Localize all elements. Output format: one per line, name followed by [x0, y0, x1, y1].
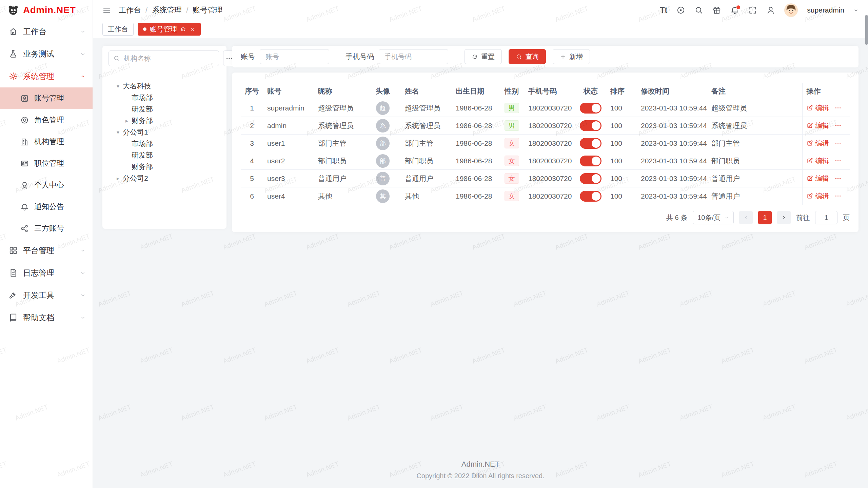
status-toggle[interactable]: [580, 173, 601, 184]
sidebar-item-system-management[interactable]: 系统管理: [0, 65, 93, 87]
tab-account-management[interactable]: 账号管理: [138, 23, 201, 36]
tools-icon: [9, 291, 18, 300]
sidebar-item-dev-tools[interactable]: 开发工具: [0, 284, 93, 306]
column-header: 操作: [802, 83, 850, 99]
tree-caret-down-icon[interactable]: ▾: [113, 129, 123, 136]
main-panel: 账号 手机号码 重置 查询 新增: [232, 46, 859, 232]
breadcrumb-item-workbench[interactable]: 工作台: [119, 5, 141, 15]
tree-caret-right-icon[interactable]: ▸: [122, 118, 132, 124]
sidebar-item-org-management[interactable]: 机构管理: [0, 131, 93, 152]
tree-node-label: 市场部: [132, 139, 153, 148]
sidebar-item-notice-announcement[interactable]: 通知公告: [0, 196, 93, 218]
status-toggle[interactable]: [580, 191, 601, 202]
sidebar-item-label: 开发工具: [23, 290, 75, 301]
org-search-box: [108, 50, 219, 66]
row-more-icon[interactable]: [834, 104, 842, 111]
cell-index: 6: [241, 187, 263, 205]
tree-caret-down-icon[interactable]: ▾: [113, 83, 123, 89]
cell-nickname: 普通用户: [314, 170, 365, 187]
query-button[interactable]: 查询: [509, 49, 546, 64]
sidebar-item-label: 系统管理: [23, 71, 75, 82]
navbar-actions: Tt superadmin: [660, 3, 859, 17]
breadcrumb-item-system[interactable]: 系统管理: [152, 5, 182, 15]
goto-page-input[interactable]: [815, 211, 837, 224]
fullscreen-icon[interactable]: [748, 6, 757, 15]
sidebar-item-platform-management[interactable]: 平台管理: [0, 239, 93, 262]
cell-index: 4: [241, 152, 263, 170]
scrollbar-thumb[interactable]: [865, 15, 868, 45]
row-more-icon[interactable]: [834, 157, 842, 164]
cell-nickname: 部门职员: [314, 152, 365, 170]
cell-sort: 100: [606, 187, 637, 205]
tree-node[interactable]: 市场部: [108, 92, 220, 103]
status-toggle[interactable]: [580, 103, 601, 114]
cell-account: superadmin: [263, 99, 314, 117]
tree-node[interactable]: ▸分公司2: [108, 172, 220, 184]
tree-node[interactable]: 研发部: [108, 103, 220, 115]
sidebar-item-personal-center[interactable]: 个人中心: [0, 174, 93, 196]
cell-phone: 18020030720: [524, 187, 575, 205]
collapse-sidebar-icon[interactable]: [102, 6, 111, 15]
cell-nickname: 超级管理员: [314, 99, 365, 117]
plus-icon: [560, 54, 566, 60]
phone-input[interactable]: [379, 49, 448, 64]
tree-node[interactable]: ▸财务部: [108, 115, 220, 126]
sidebar-item-position-management[interactable]: 职位管理: [0, 152, 93, 174]
tree-node-label: 研发部: [132, 150, 153, 160]
edit-icon: [807, 140, 813, 146]
tree-caret-right-icon[interactable]: ▸: [113, 175, 123, 182]
next-page-button[interactable]: [777, 211, 791, 224]
cell-phone: 18020030720: [524, 170, 575, 187]
prev-page-button[interactable]: [739, 211, 753, 224]
status-toggle[interactable]: [580, 138, 601, 149]
cell-nickname: 其他: [314, 187, 365, 205]
sidebar-item-log-management[interactable]: 日志管理: [0, 262, 93, 284]
user-avatar[interactable]: [784, 3, 798, 17]
tree-node[interactable]: ▾分公司1: [108, 126, 220, 138]
edit-button[interactable]: 编辑: [807, 156, 829, 165]
tab-refresh-icon[interactable]: [180, 26, 186, 32]
profile-icon[interactable]: [766, 6, 775, 15]
theme-icon[interactable]: [676, 6, 685, 15]
tab-workbench[interactable]: 工作台: [102, 23, 134, 36]
reset-button[interactable]: 重置: [465, 49, 502, 64]
sidebar-item-account-management[interactable]: 账号管理: [0, 87, 93, 109]
sidebar-item-role-management[interactable]: 角色管理: [0, 109, 93, 131]
gift-icon[interactable]: [712, 6, 721, 15]
page-1-button[interactable]: 1: [758, 211, 772, 224]
row-more-icon[interactable]: [834, 175, 842, 182]
account-input[interactable]: [260, 49, 329, 64]
cell-name: 超级管理员: [401, 99, 452, 117]
sidebar-item-third-party-account[interactable]: 三方账号: [0, 218, 93, 239]
font-size-icon[interactable]: Tt: [660, 6, 668, 15]
status-toggle[interactable]: [580, 156, 601, 166]
edit-button[interactable]: 编辑: [807, 139, 829, 148]
global-search-icon[interactable]: [694, 6, 703, 15]
org-search-input[interactable]: [123, 54, 214, 63]
status-toggle[interactable]: [580, 120, 601, 131]
row-more-icon[interactable]: [834, 192, 842, 200]
cell-birth-date: 1986-06-28: [452, 187, 499, 205]
tab-close-icon[interactable]: [190, 26, 195, 32]
row-more-icon[interactable]: [834, 122, 842, 129]
sidebar: Admin.NET 工作台业务测试系统管理账号管理角色管理机构管理职位管理个人中…: [0, 0, 93, 488]
tree-node[interactable]: ▾大名科技: [108, 80, 220, 92]
tree-node[interactable]: 研发部: [108, 149, 220, 161]
edit-button[interactable]: 编辑: [807, 103, 829, 113]
add-button[interactable]: 新增: [553, 49, 590, 64]
row-more-icon[interactable]: [834, 140, 842, 147]
edit-button[interactable]: 编辑: [807, 191, 829, 201]
cell-sort: 100: [606, 152, 637, 170]
user-menu-chevron-icon[interactable]: [853, 8, 859, 13]
username[interactable]: superadmin: [807, 6, 844, 14]
page-size-select[interactable]: 10条/页: [693, 211, 734, 224]
tree-node[interactable]: 财务部: [108, 161, 220, 172]
edit-button[interactable]: 编辑: [807, 174, 829, 183]
sidebar-item-workbench[interactable]: 工作台: [0, 20, 93, 43]
edit-button[interactable]: 编辑: [807, 121, 829, 130]
notification-bell-icon[interactable]: [730, 6, 739, 15]
tree-node[interactable]: 市场部: [108, 138, 220, 149]
sidebar-item-help-docs[interactable]: 帮助文档: [0, 306, 93, 329]
sidebar-item-business-test[interactable]: 业务测试: [0, 43, 93, 65]
logo[interactable]: Admin.NET: [0, 0, 93, 20]
